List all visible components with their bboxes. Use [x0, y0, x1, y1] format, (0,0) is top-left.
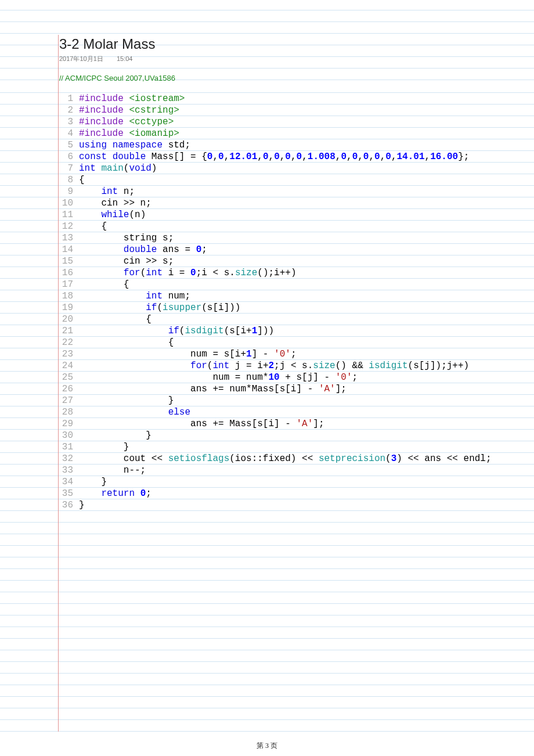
code-token: ])) — [257, 326, 274, 336]
code-token — [79, 210, 101, 220]
code-token — [79, 488, 101, 499]
note-time: 15:04 — [117, 55, 133, 62]
code-token — [135, 488, 140, 499]
code-token: <cstring> — [129, 105, 179, 116]
code-token: 'A' — [319, 384, 335, 394]
code-token: i = — [163, 268, 190, 278]
code-token: (ios::fixed) << — [229, 453, 319, 464]
code-token: }; — [458, 152, 469, 162]
line-number: 21 — [59, 325, 79, 337]
code-token: ]; — [313, 419, 324, 429]
code-token: ans = — [157, 244, 196, 255]
line-number: 35 — [59, 488, 79, 499]
code-line: 28 else — [59, 406, 534, 418]
code-token: , — [302, 152, 308, 162]
line-number: 36 — [59, 499, 79, 511]
code-line: 20 { — [59, 314, 534, 325]
code-line: 30 } — [59, 430, 534, 441]
line-number: 22 — [59, 337, 79, 348]
code-token: return — [101, 488, 135, 499]
code-token: ();i++) — [257, 268, 296, 278]
code-token: isdigit — [369, 361, 407, 371]
line-number: 11 — [59, 209, 79, 221]
code-token: setiosflags — [168, 453, 230, 464]
code-token: int — [101, 186, 118, 197]
line-number: 10 — [59, 197, 79, 209]
code-token: isdigit — [185, 326, 223, 336]
code-token — [79, 361, 190, 371]
code-line: 11 while(n) — [59, 209, 534, 221]
code-token: , — [212, 152, 218, 162]
code-line: 17 { — [59, 279, 534, 290]
code-token: double — [124, 244, 157, 255]
code-token: ( — [140, 268, 146, 278]
code-token: (s[i])) — [201, 303, 240, 313]
code-token — [79, 244, 124, 255]
code-token: 0 — [274, 152, 280, 162]
code-token: , — [269, 152, 275, 162]
code-token: 0 — [374, 152, 380, 162]
line-number: 23 — [59, 348, 79, 360]
code-token: () && — [335, 361, 369, 371]
code-token: 0 — [190, 268, 196, 278]
line-number: 6 — [59, 151, 79, 163]
code-line: 24 for(int j = i+2;j < s.size() && isdig… — [59, 360, 534, 372]
code-token: 0 — [297, 152, 302, 162]
code-token: 10 — [268, 372, 279, 383]
code-token: <iostream> — [129, 93, 185, 104]
code-line: 19 if(isupper(s[i])) — [59, 302, 534, 314]
code-token: { — [79, 279, 129, 290]
code-token: cin >> s; — [79, 256, 174, 267]
code-line: 14 double ans = 0; — [59, 244, 534, 255]
code-token: 0 — [196, 244, 202, 255]
code-token: ( — [179, 326, 185, 336]
code-token: ( — [157, 303, 163, 313]
code-token: (n) — [129, 210, 146, 220]
code-token: ; — [352, 372, 358, 383]
line-number: 30 — [59, 430, 79, 441]
code-line: 27 } — [59, 395, 534, 406]
code-token: ; — [201, 244, 207, 255]
code-token: else — [168, 407, 190, 417]
code-line: 16 for(int i = 0;i < s.size();i++) — [59, 267, 534, 279]
code-token: } — [79, 500, 85, 510]
line-number: 20 — [59, 314, 79, 325]
code-token: 'A' — [296, 419, 313, 429]
code-token: num; — [163, 291, 190, 301]
page-footer: 第 3 页 — [0, 741, 534, 751]
code-token: ( — [124, 163, 129, 174]
code-token: (s[i+ — [224, 326, 252, 336]
code-token: , — [347, 152, 352, 162]
code-token: 0 — [263, 152, 269, 162]
code-token: num = s[i+ — [79, 349, 246, 359]
code-token: { — [79, 314, 151, 325]
code-token: ; — [291, 349, 297, 359]
code-line: 1#include <iostream> — [59, 93, 534, 105]
code-token: 0 — [341, 152, 347, 162]
code-token: , — [280, 152, 286, 162]
line-number: 28 — [59, 406, 79, 418]
code-token: #include — [79, 105, 129, 116]
code-token: if — [146, 303, 157, 313]
line-number: 27 — [59, 395, 79, 406]
line-number: 18 — [59, 290, 79, 302]
line-number: 32 — [59, 453, 79, 465]
code-token: ]; — [335, 384, 347, 394]
code-token: n; — [118, 186, 135, 197]
code-token — [79, 186, 101, 197]
code-token — [79, 326, 168, 336]
code-token: } — [79, 395, 174, 406]
line-number: 3 — [59, 116, 79, 128]
code-token: { — [79, 337, 174, 348]
code-token — [79, 303, 146, 313]
code-token: n--; — [79, 465, 146, 476]
code-line: 36} — [59, 499, 534, 511]
code-token — [79, 407, 168, 417]
code-token: 2 — [268, 361, 274, 371]
code-token: (s[j]);j++) — [408, 361, 470, 371]
note-title: 3-2 Molar Mass — [59, 36, 534, 52]
code-line: 33 n--; — [59, 465, 534, 476]
code-token: for — [124, 268, 140, 278]
code-token: setprecision — [319, 453, 385, 464]
code-token: , — [391, 152, 397, 162]
